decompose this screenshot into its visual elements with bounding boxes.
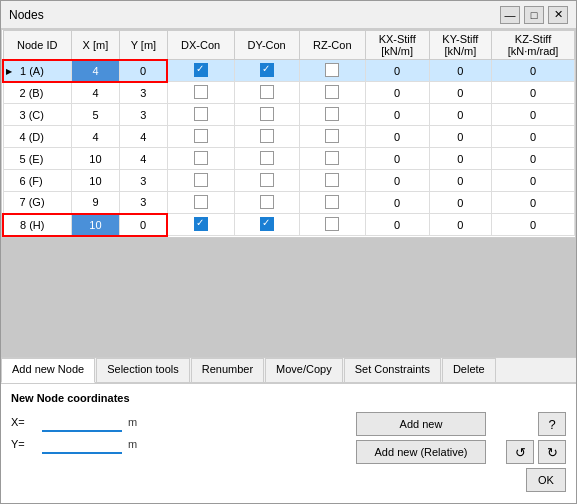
kz-value-cell: 0 [492,148,575,170]
rz-checkbox[interactable] [325,217,339,231]
tab-move-copy[interactable]: Move/Copy [265,358,343,382]
dx-checkbox[interactable] [194,63,208,77]
x-label: X= [11,416,36,428]
tab-set-constraints[interactable]: Set Constraints [344,358,441,382]
kz-value-cell: 0 [492,104,575,126]
undo-redo-row: ↺ ↻ [506,440,566,464]
kz-value-cell: 0 [492,192,575,214]
window-title: Nodes [9,8,44,22]
col-header-y: Y [m] [119,31,167,60]
dx-checkbox-cell [167,126,234,148]
dy-checkbox[interactable] [260,195,274,209]
title-bar: Nodes — □ ✕ [1,1,576,29]
tab-add-new-node[interactable]: Add new Node [1,358,95,383]
undo-button[interactable]: ↺ [506,440,534,464]
maximize-button[interactable]: □ [524,6,544,24]
x-value-cell: 9 [71,192,119,214]
tab-selection-tools[interactable]: Selection tools [96,358,190,382]
dy-checkbox[interactable] [260,129,274,143]
rz-checkbox[interactable] [325,129,339,143]
x-value-cell: 10 [71,170,119,192]
rz-checkbox[interactable] [325,151,339,165]
dx-checkbox-cell [167,170,234,192]
table-row[interactable]: 2 (B)43000 [3,82,575,104]
table-row[interactable]: 6 (F)103000 [3,170,575,192]
y-unit: m [128,438,137,450]
table-row[interactable]: 8 (H)100000 [3,214,575,236]
tab-delete[interactable]: Delete [442,358,496,382]
dy-checkbox[interactable] [260,63,274,77]
row-arrow-icon: ▶ [6,66,12,75]
y-input[interactable] [42,434,122,454]
y-value-cell: 4 [119,126,167,148]
x-value-cell: 10 [71,214,119,236]
rz-checkbox[interactable] [325,63,339,77]
window-controls: — □ ✕ [500,6,568,24]
y-value-cell: 3 [119,82,167,104]
kx-value-cell: 0 [365,60,429,82]
dx-checkbox[interactable] [194,85,208,99]
rz-checkbox[interactable] [325,85,339,99]
kx-value-cell: 0 [365,214,429,236]
rz-checkbox-cell [299,126,365,148]
dy-checkbox-cell [234,148,299,170]
y-value-cell: 0 [119,214,167,236]
col-header-node-id: Node ID [3,31,71,60]
rz-checkbox-cell [299,214,365,236]
rz-checkbox[interactable] [325,173,339,187]
y-value-cell: 4 [119,148,167,170]
x-input[interactable] [42,412,122,432]
y-value-cell: 3 [119,170,167,192]
table-row[interactable]: 5 (E)104000 [3,148,575,170]
kx-value-cell: 0 [365,192,429,214]
table-row[interactable]: 4 (D)44000 [3,126,575,148]
table-row[interactable]: ▶1 (A)40000 [3,60,575,82]
dx-checkbox[interactable] [194,195,208,209]
x-value-cell: 4 [71,60,119,82]
dy-checkbox-cell [234,60,299,82]
dy-checkbox-cell [234,126,299,148]
y-value-cell: 3 [119,192,167,214]
node-id-cell: ▶1 (A) [3,60,71,82]
dx-checkbox[interactable] [194,173,208,187]
close-button[interactable]: ✕ [548,6,568,24]
ky-value-cell: 0 [429,148,492,170]
minimize-button[interactable]: — [500,6,520,24]
y-value-cell: 3 [119,104,167,126]
nodes-table: Node ID X [m] Y [m] DX-Con DY-Con RZ-Con… [2,30,575,237]
ky-value-cell: 0 [429,192,492,214]
rz-checkbox[interactable] [325,195,339,209]
table-row[interactable]: 3 (C)53000 [3,104,575,126]
kx-value-cell: 0 [365,148,429,170]
dy-checkbox[interactable] [260,85,274,99]
dx-checkbox[interactable] [194,151,208,165]
dx-checkbox[interactable] [194,217,208,231]
dx-checkbox-cell [167,192,234,214]
dx-checkbox[interactable] [194,107,208,121]
redo-button[interactable]: ↻ [538,440,566,464]
dy-checkbox[interactable] [260,107,274,121]
col-header-ky-stiff: KY-Stiff[kN/m] [429,31,492,60]
coordinates-form: X= m Y= m [11,412,336,456]
node-id-cell: 8 (H) [3,214,71,236]
add-new-relative-button[interactable]: Add new (Relative) [356,440,486,464]
ok-button[interactable]: OK [526,468,566,492]
dx-checkbox-cell [167,104,234,126]
kz-value-cell: 0 [492,214,575,236]
col-header-rz-con: RZ-Con [299,31,365,60]
table-row[interactable]: 7 (G)93000 [3,192,575,214]
x-unit: m [128,416,137,428]
x-value-cell: 5 [71,104,119,126]
dy-checkbox[interactable] [260,151,274,165]
rz-checkbox[interactable] [325,107,339,121]
nodes-table-container: Node ID X [m] Y [m] DX-Con DY-Con RZ-Con… [1,29,576,238]
dy-checkbox[interactable] [260,217,274,231]
y-label: Y= [11,438,36,450]
dx-checkbox[interactable] [194,129,208,143]
add-new-button[interactable]: Add new [356,412,486,436]
dy-checkbox[interactable] [260,173,274,187]
ky-value-cell: 0 [429,82,492,104]
tab-renumber[interactable]: Renumber [191,358,264,382]
help-button[interactable]: ? [538,412,566,436]
dy-checkbox-cell [234,214,299,236]
